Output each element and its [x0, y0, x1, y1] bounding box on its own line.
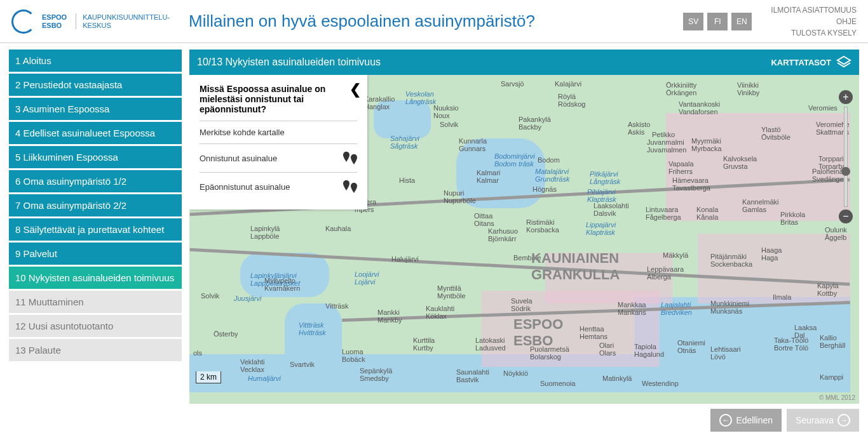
map-place-label: Ilmala	[773, 293, 791, 301]
map-place-label: Nöykkiö	[503, 369, 528, 377]
content-header: 10/13 Nykyisten asuinalueiden toimivuus …	[189, 50, 859, 75]
sidebar-item-6[interactable]: 6 Oma asuinympäristö 1/2	[9, 170, 182, 192]
map-place-label: Myllypelto Kvarnåkern	[264, 277, 300, 292]
map-place-label: Kurttila Kurtby	[413, 336, 435, 352]
map-place-label: Sarvsjö	[501, 80, 524, 88]
map-place-label: Lehtisaari Lövö	[710, 345, 741, 361]
sidebar-item-7[interactable]: 7 Oma asuinympäristö 2/2	[9, 194, 182, 216]
header: ESPOO ESBO KAUPUNKISUUNNITTELU- KESKUS M…	[0, 0, 868, 43]
collapse-panel-icon[interactable]: ❮	[349, 81, 361, 98]
option-failure[interactable]: Epäonnistunut asuinalue	[200, 172, 357, 201]
map-place-label: Henttaa Hemtans	[580, 325, 607, 340]
next-button[interactable]: Seuraava →	[787, 409, 859, 432]
pin-icon	[343, 152, 349, 162]
map-place-label: Veklahti Vecklax	[240, 358, 265, 373]
map-place-label: Viinikki Vinikby	[737, 81, 759, 96]
map-place-label: Puolarmetsä Bolarskog	[530, 345, 569, 361]
sidebar-item-2[interactable]: 2 Perustiedot vastaajasta	[9, 74, 182, 96]
map-place-label: Latokaski Ladusved	[475, 336, 506, 352]
option-success-label: Onnistunut asuinalue	[200, 154, 277, 163]
language-switcher: SV FI EN	[683, 13, 752, 30]
sidebar-item-10[interactable]: 10 Nykyisten asuinalueiden toimivuus	[9, 267, 182, 289]
sidebar-item-13[interactable]: 13 Palaute	[9, 339, 182, 361]
map-layers-button[interactable]: KARTTATASOT	[771, 55, 851, 70]
map-place-label: Myyrmäki Myrbacka	[691, 137, 722, 152]
map-copyright: © MML 2012	[819, 394, 855, 401]
map-place-label: KAUNIAINEN GRANKULLA	[531, 250, 620, 283]
map-place-label: Pihlajärvi Klapträsk	[587, 188, 616, 203]
question-text: Missä Espoossa asuinalue on mielestäsi o…	[200, 84, 357, 114]
link-help[interactable]: OHJE	[771, 16, 857, 27]
map-place-label: ols	[193, 349, 202, 357]
map-place-label: Pitäjänmäki Sockenbacka	[710, 253, 752, 268]
lang-sv[interactable]: SV	[683, 13, 703, 30]
map-place-label: Otaniemi Otnäs	[677, 339, 705, 354]
map-place-label: Veromies	[808, 104, 837, 112]
sidebar-item-4[interactable]: 4 Edelliset asuinalueet Espoossa	[9, 122, 182, 144]
next-label: Seuraava	[796, 415, 834, 425]
map-place-label: Pirkkola Britas	[780, 211, 805, 226]
map-place-label: Kallio Berghäll	[820, 334, 845, 349]
map-place-label: Pitkäjärvi Långträsk	[590, 170, 620, 185]
map-place-label: Saunalahti Bastvik	[456, 368, 489, 383]
logo-icon	[11, 10, 36, 34]
sidebar: 1 Aloitus 2 Perustiedot vastaajasta 3 As…	[9, 50, 182, 437]
map-place-label: Askisto Askis	[628, 121, 650, 136]
map-place-label: Ristimäki Korsbacka	[526, 218, 559, 234]
map-place-label: Matinkylä	[602, 375, 632, 382]
map-place-label: Lapinkylä Lappböle	[250, 225, 280, 240]
map-place-label: Petikko	[652, 131, 675, 138]
link-report[interactable]: ILMOITA ASIATTOMUUS	[771, 4, 857, 16]
map-place-label: Juvanmalmi Juvamalmen	[647, 138, 686, 154]
zoom-in-button[interactable]: +	[839, 90, 853, 104]
map-place-label: Olari Olars	[599, 342, 616, 357]
map-place-label: Karakallio Hanglax	[364, 95, 395, 110]
prev-button[interactable]: ← Edellinen	[710, 409, 782, 432]
pin-icons	[343, 152, 357, 164]
zoom-out-button[interactable]: −	[839, 209, 853, 223]
map-place-label: Oittaa Oitans	[474, 212, 494, 227]
zoom-handle[interactable]	[841, 167, 850, 176]
sidebar-item-11[interactable]: 11 Muuttaminen	[9, 291, 182, 313]
sidebar-item-8[interactable]: 8 Säilytettävät ja purettavat kohteet	[9, 218, 182, 241]
sidebar-item-1[interactable]: 1 Aloitus	[9, 50, 182, 72]
question-panel: ❮ Missä Espoossa asuinalue on mielestäsi…	[189, 75, 367, 209]
map-place-label: Leppävaara Alberga	[647, 265, 684, 281]
lang-en[interactable]: EN	[731, 13, 752, 30]
pin-icon	[343, 180, 349, 190]
map-place-label: Nuuksio Noux	[433, 104, 459, 119]
header-links: ILMOITA ASIATTOMUUS OHJE TULOSTA KYSELY	[771, 4, 857, 39]
content-title: 10/13 Nykyisten asuinalueiden toimivuus	[197, 56, 381, 68]
arrow-left-icon: ←	[719, 414, 732, 427]
map-place-label: Suvela Södrik	[511, 297, 532, 312]
map-place-label: Luoma Bobäck	[342, 348, 365, 363]
logo[interactable]: ESPOO ESBO KAUPUNKISUUNNITTELU- KESKUS	[11, 10, 170, 34]
logo-primary: ESPOO ESBO	[42, 13, 67, 29]
option-failure-label: Epäonnistunut asuinalue	[200, 182, 290, 192]
map-place-label: Österby	[214, 330, 238, 338]
map[interactable]: SarvsjöKalajärviÖrkkiniitty ÖrkängenViin…	[189, 75, 859, 404]
main: 1 Aloitus 2 Perustiedot vastaajasta 3 As…	[0, 43, 868, 437]
zoom-control: + −	[839, 90, 853, 223]
layers-icon	[836, 55, 851, 70]
link-print[interactable]: TULOSTA KYSELY	[771, 27, 857, 39]
footer-nav: ← Edellinen Seuraava →	[189, 404, 859, 437]
sidebar-item-3[interactable]: 3 Asuminen Espoossa	[9, 98, 182, 120]
map-place-label: Vittträsk Hvitträsk	[299, 321, 326, 336]
map-place-label: Haaga Haga	[761, 246, 782, 262]
map-place-label: Taka-Töölö Bortre Tölö	[774, 336, 808, 352]
sidebar-item-9[interactable]: 9 Palvelut	[9, 242, 182, 265]
sidebar-item-5[interactable]: 5 Liikkuminen Espoossa	[9, 146, 182, 168]
sidebar-item-12[interactable]: 12 Uusi asuntotuotanto	[9, 315, 182, 337]
lang-fi[interactable]: FI	[707, 13, 728, 30]
layers-label: KARTTATASOT	[771, 58, 831, 67]
map-place-label: Kannelmäki Gamlas	[742, 198, 778, 213]
map-place-label: Ylastö Övitsböle	[761, 126, 790, 141]
map-place-label: Bodom	[538, 156, 560, 164]
map-place-label: Hämevaara Tavastberga	[672, 176, 710, 192]
map-place-label: Oulunk Åggelb	[825, 226, 847, 241]
option-success[interactable]: Onnistunut asuinalue	[200, 143, 357, 172]
zoom-slider[interactable]	[844, 107, 848, 207]
map-place-label: Konala Kånala	[696, 206, 718, 221]
map-place-label: Laaksolahti Dalsvik	[593, 202, 629, 217]
